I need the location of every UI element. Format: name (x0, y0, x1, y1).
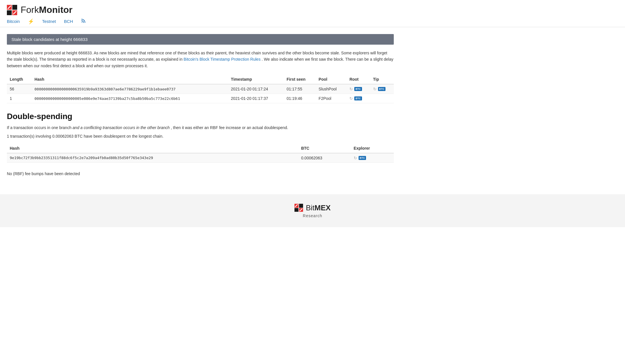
double-spending-description: If a transaction occurs in one branch an… (7, 124, 394, 131)
footer-logo-row: BitMEX (294, 203, 331, 212)
stale-block-row: 1 000000000000000000005e086e9e74aae37139… (7, 94, 394, 103)
row-tip: ↻BTC (370, 84, 394, 94)
nav-bch[interactable]: BCH (64, 19, 73, 24)
refresh-icon: ↻ (373, 87, 377, 91)
col-tip: Tip (370, 75, 394, 84)
ds-col-hash: Hash (7, 144, 298, 153)
double-spending-title: Double-spending (7, 112, 394, 121)
row-timestamp: 2021-01-20 01:17:37 (228, 94, 284, 103)
btc-badge: BTC (359, 156, 366, 160)
svg-rect-7 (299, 204, 303, 208)
nav-bitcoin[interactable]: Bitcoin (7, 19, 20, 24)
row-pool: F2Pool (316, 94, 347, 103)
ds-row-btc: 0.00062063 (298, 153, 351, 163)
stale-block-description: Multiple blocks were produced at height … (7, 50, 394, 69)
double-spending-section: Double-spending If a transaction occurs … (7, 112, 394, 176)
ds-col-explorer: Explorer (351, 144, 394, 153)
row-pool: SlushPool (316, 84, 347, 94)
col-timestamp: Timestamp (228, 75, 284, 84)
svg-rect-2 (7, 10, 12, 15)
col-length: Length (7, 75, 32, 84)
footer-research-text: Research (303, 213, 322, 218)
ds-col-btc: BTC (298, 144, 351, 153)
stale-blocks-table: Length Hash Timestamp First seen Pool Ro… (7, 75, 394, 103)
refresh-icon: ↻ (349, 87, 353, 91)
row-root: ↻BTC (347, 84, 370, 94)
row-first-seen: 01:17:55 (284, 84, 316, 94)
row-timestamp: 2021-01-20 01:17:24 (228, 84, 284, 94)
forkmonitor-logo-icon (7, 5, 18, 15)
btc-badge: BTC (354, 87, 362, 91)
footer: BitMEX Research (0, 194, 625, 227)
footer-logo: BitMEX Research (0, 203, 625, 218)
lightning-icon: ⚡ (28, 18, 34, 25)
col-hash: Hash (32, 75, 228, 84)
ds-row-hash: 9e19bc72f3b9bb23351311f88dc6f5c2e7a209a4… (7, 153, 298, 163)
double-spending-table: Hash BTC Explorer 9e19bc72f3b9bb23351311… (7, 144, 394, 163)
main-content: Stale block candidates at height 666833 … (0, 27, 401, 183)
refresh-icon: ↻ (349, 96, 353, 101)
row-hash: 000000000000000000635919b9a93363d807ae6e… (32, 84, 228, 94)
svg-rect-8 (294, 208, 298, 212)
stale-block-section-header: Stale block candidates at height 666833 (7, 34, 394, 45)
bitmex-logo-icon (294, 204, 304, 212)
double-spending-summary: 1 transaction(s) involving 0.00062063 BT… (7, 134, 394, 139)
row-tip (370, 94, 394, 103)
ds-row-explorer: ↻ BTC (351, 153, 394, 163)
row-first-seen: 01:19:46 (284, 94, 316, 103)
main-nav: Bitcoin ⚡ Testnet BCH (7, 18, 618, 27)
row-length: 1 (7, 94, 32, 103)
header: ForkMonitor Bitcoin ⚡ Testnet BCH (0, 0, 625, 27)
row-hash: 000000000000000000005e086e9e74aae37139ba… (32, 94, 228, 103)
col-root: Root (347, 75, 370, 84)
footer-logo-text: BitMEX (306, 203, 331, 212)
svg-rect-1 (12, 5, 17, 10)
timestamp-rules-link[interactable]: Bitcoin's Block Timestamp Protection Rul… (184, 57, 261, 62)
rss-icon (81, 18, 86, 25)
double-spending-row: 9e19bc72f3b9bb23351311f88dc6f5c2e7a209a4… (7, 153, 394, 163)
stale-block-row: 56 000000000000000000635919b9a93363d807a… (7, 84, 394, 94)
col-first-seen: First seen (284, 75, 316, 84)
btc-badge: BTC (378, 87, 386, 91)
refresh-icon: ↻ (354, 156, 357, 160)
col-pool: Pool (316, 75, 347, 84)
logo-text: ForkMonitor (21, 5, 72, 15)
no-fee-bumps-text: No (RBF) fee bumps have been detected (7, 171, 394, 176)
logo-row: ForkMonitor (7, 5, 618, 15)
nav-testnet[interactable]: Testnet (42, 19, 56, 24)
row-root: ↻BTC (347, 94, 370, 103)
row-length: 56 (7, 84, 32, 94)
btc-badge: BTC (354, 96, 362, 100)
